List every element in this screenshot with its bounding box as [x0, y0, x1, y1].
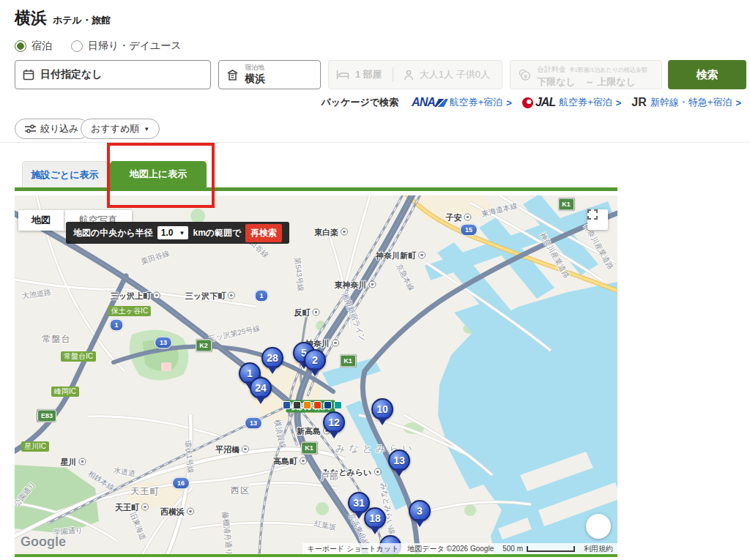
radio-dayuse-icon [71, 40, 83, 52]
radius-search-tooltip: 地図の中央から半径 1.0 ▼ kmの範囲で 再検索 [66, 222, 289, 244]
person-icon [404, 70, 414, 81]
chevron-right-icon: > [506, 97, 512, 108]
pan-left-icon [590, 523, 595, 529]
pan-up-icon [595, 518, 601, 523]
map-marker-layer: 285212410121331183 [15, 195, 617, 554]
price-field-note: ※1部屋/1泊あたりの税込金額 [569, 67, 647, 73]
price-field-title: 合計料金 [537, 65, 566, 73]
google-logo[interactable]: Google [21, 534, 66, 550]
tab-map-view[interactable]: 地図上に表示 [110, 161, 207, 187]
tab-map-view-label: 地図上に表示 [130, 168, 187, 181]
hotel-marker-10[interactable]: 10 [371, 398, 393, 420]
pan-right-icon [601, 523, 607, 529]
page-title: 横浜ホテル・旅館 [15, 7, 111, 29]
destination-field-value: 横浜 [245, 72, 265, 84]
package-search-row: パッケージで検索 ANA 航空券+宿泊 > JAL 航空券+宿泊 > JR 新幹… [0, 96, 741, 109]
radio-stay-icon [15, 40, 26, 52]
search-button[interactable]: 検索 [668, 60, 746, 89]
caret-down-icon: ▼ [179, 230, 185, 236]
price-field-value: 下限なし ～ 上限なし [537, 76, 636, 87]
lodging-icon [226, 69, 239, 81]
research-button[interactable]: 再検索 [245, 224, 282, 242]
ana-logo-stripe [434, 99, 448, 107]
hotel-marker-24[interactable]: 24 [250, 377, 272, 399]
radio-stay-label: 宿泊 [31, 40, 52, 53]
date-field-value: 日付指定なし [40, 68, 103, 81]
hotel-marker-13[interactable]: 13 [388, 449, 410, 471]
jr-package-link[interactable]: JR 新幹線・特急+宿泊 > [631, 96, 741, 109]
price-field: ¥ 合計料金 ※1部屋/1泊あたりの税込金額 下限なし ～ 上限なし [510, 60, 662, 89]
radius-select[interactable]: 1.0 ▼ [157, 226, 189, 239]
tab-list-view-label: 施設ごとに表示 [31, 168, 99, 182]
caret-down-icon: ▼ [144, 126, 149, 132]
rooms-value: 1 部屋 [355, 69, 382, 80]
map-canvas[interactable]: 三ッ沢上町三ッ沢下町東白楽反町神奈川新町東神奈川子安神奈川新高島みなとみらい高島… [15, 195, 617, 554]
hotel-marker-28[interactable]: 28 [261, 347, 283, 369]
sort-dropdown[interactable]: おすすめ順 ▼ [81, 119, 160, 139]
hotel-marker-18[interactable]: 18 [364, 507, 386, 529]
field-divider [393, 67, 393, 82]
ana-package-link[interactable]: ANA 航空券+宿泊 > [412, 96, 512, 109]
radius-value: 1.0 [161, 228, 174, 238]
map-data-copyright: 地図データ ©2026 Google [403, 543, 498, 554]
radio-dayuse-label: 日帰り・デイユース [88, 40, 182, 53]
filter-button[interactable]: 絞り込み [15, 119, 89, 139]
jr-logo: JR [631, 96, 646, 109]
section-divider [0, 142, 750, 143]
radio-dayuse[interactable]: 日帰り・デイユース [71, 40, 182, 53]
tab-list-view[interactable]: 施設ごとに表示 [22, 161, 108, 187]
jr-package-text: 新幹線・特急+宿泊 [650, 96, 732, 109]
children-value: 子供0人 [456, 69, 490, 80]
fullscreen-icon [587, 209, 598, 220]
scale-label: 500 m [502, 545, 523, 553]
destination-field-label: 宿泊地 [245, 64, 265, 72]
filter-button-label: 絞り込み [40, 122, 79, 135]
scale-control: 500 m [498, 543, 579, 554]
bed-icon [336, 70, 349, 80]
pan-down-icon [595, 529, 601, 535]
fullscreen-button[interactable] [587, 209, 608, 230]
ana-logo: ANA [412, 96, 446, 109]
destination-name: 横浜 [15, 9, 47, 27]
sort-dropdown-label: おすすめ順 [91, 122, 139, 135]
hotel-marker-2[interactable]: 2 [304, 349, 326, 371]
hotel-marker-12[interactable]: 12 [323, 411, 345, 433]
rail-operator-icons [283, 401, 342, 409]
active-tab-underline [15, 187, 617, 191]
package-search-label: パッケージで検索 [322, 96, 399, 109]
calendar-icon [23, 69, 34, 81]
page-subtitle: ホテル・旅館 [53, 15, 111, 26]
jal-package-text: 航空券+宿泊 [559, 96, 612, 109]
chevron-right-icon: > [735, 97, 741, 108]
jal-logo-mark [522, 97, 533, 108]
ana-package-text: 航空券+宿泊 [450, 96, 503, 109]
map-type-button[interactable]: 地図 [18, 210, 64, 231]
radius-prefix-text: 地図の中央から半径 [73, 227, 153, 239]
terms-link[interactable]: 利用規約 [579, 543, 617, 554]
pan-control[interactable] [586, 514, 611, 539]
keyboard-shortcuts-link[interactable]: キーボード ショートカット [302, 543, 403, 554]
hotel-marker-3[interactable]: 3 [409, 500, 431, 522]
rooms-guests-field: 1 部屋 大人1人 子供0人 [328, 60, 502, 89]
adults-value: 大人1人 [420, 69, 453, 80]
filter-sliders-icon [25, 124, 36, 133]
svg-text:¥: ¥ [524, 73, 527, 80]
destination-field[interactable]: 宿泊地 横浜 [218, 60, 321, 89]
map-type-label: 地図 [31, 214, 51, 227]
radius-suffix-text: kmの範囲で [193, 227, 241, 239]
radio-stay[interactable]: 宿泊 [15, 40, 52, 53]
jal-package-link[interactable]: JAL 航空券+宿泊 > [522, 96, 621, 109]
jal-logo: JAL [522, 96, 555, 109]
date-field[interactable]: 日付指定なし [15, 60, 211, 89]
map-attribution: キーボード ショートカット 地図データ ©2026 Google 500 m 利… [302, 543, 617, 554]
plan-type-toggle: 宿泊 日帰り・デイユース [15, 40, 182, 53]
price-yen-icon: ¥ [518, 68, 531, 81]
scale-bar [527, 546, 575, 552]
chevron-right-icon: > [616, 97, 622, 108]
bottom-green-divider [15, 554, 617, 557]
